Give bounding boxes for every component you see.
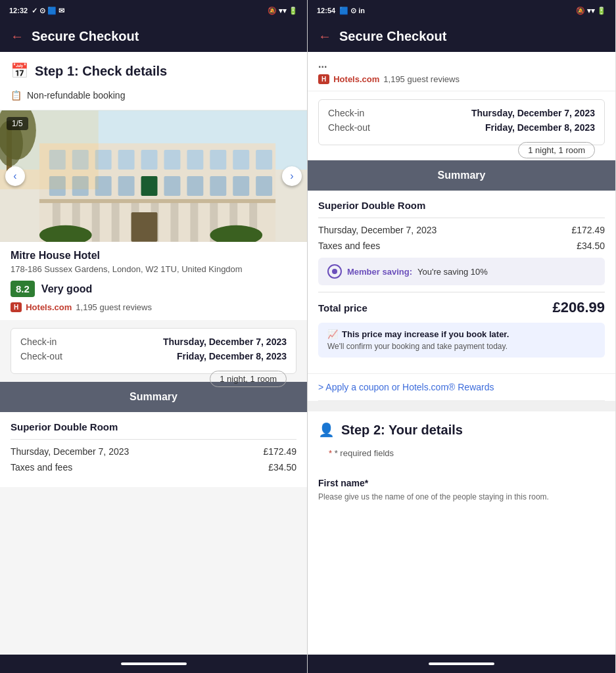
svg-rect-21: [118, 150, 135, 170]
date-label-right: Thursday, December 7, 2023: [318, 225, 437, 235]
svg-rect-37: [256, 176, 272, 196]
taxes-price-row-right: Taxes and fees £34.50: [318, 241, 605, 251]
total-value: £206.99: [552, 299, 605, 316]
member-saving-row: Member saving: You're saving 10%: [318, 258, 605, 285]
checkout-value-left: Friday, December 8, 2023: [177, 351, 287, 361]
home-indicator-right: [429, 662, 494, 665]
checkin-label-left: Check-in: [20, 336, 57, 347]
svg-rect-10: [112, 202, 120, 242]
coupon-row[interactable]: > Apply a coupon or Hotels.com® Rewards: [318, 374, 605, 401]
status-icons-right: 🟦 ⊙ in: [339, 7, 365, 15]
svg-rect-24: [187, 150, 203, 170]
hotels-badge-right: H: [318, 74, 329, 84]
total-label: Total price: [318, 302, 367, 313]
checkout-label-left: Check-out: [20, 351, 62, 361]
summary-title-right: Summary: [438, 170, 486, 181]
content-right: ... H Hotels.com 1,195 guest reviews Che…: [308, 52, 615, 655]
rating-badge: 8.2: [11, 281, 35, 297]
hotel-name-left: Mitre House Hotel: [11, 250, 296, 262]
hotel-image-container: 1/5 ‹ ›: [0, 110, 307, 242]
date-price-row-right: Thursday, December 7, 2023 £172.49: [318, 225, 605, 235]
checkin-value-left: Thursday, December 7, 2023: [163, 336, 287, 347]
checkin-box-right: Check-in Thursday, December 7, 2023 Chec…: [318, 99, 605, 145]
checkout-label-right: Check-out: [328, 122, 370, 133]
header-left: ← Secure Checkout: [0, 21, 307, 52]
hotels-brand-right: Hotels.com: [333, 74, 379, 84]
phone-right: 12:54 🟦 ⊙ in 🔕 ▾▾ 🔋 ← Secure Checkout ..…: [308, 0, 615, 673]
svg-rect-22: [141, 150, 158, 170]
time-right: 12:54: [317, 7, 335, 14]
home-indicator-left: [121, 662, 187, 665]
hotel-info-left: Mitre House Hotel 178-186 Sussex Gardens…: [0, 242, 307, 320]
back-button-right[interactable]: ←: [318, 29, 331, 44]
step2-title: Step 2: Your details: [341, 423, 463, 438]
svg-rect-33: [164, 176, 180, 196]
status-bar-right: 12:54 🟦 ⊙ in 🔕 ▾▾ 🔋: [308, 0, 615, 21]
bottom-bar-left: [0, 655, 307, 673]
date-price-row-left: Thursday, December 7, 2023 £172.49: [11, 446, 296, 457]
phone-left: 12:32 ✓ ⊙ 🟦 ✉ 🔕 ▾▾ 🔋 ← Secure Checkout 📅…: [0, 0, 308, 673]
reviews-count-right: 1,195 guest reviews: [383, 74, 460, 84]
checkin-row-right: Check-in Thursday, December 7, 2023: [328, 108, 595, 118]
step1-title: Step 1: Check details: [35, 64, 167, 79]
taxes-label-left: Taxes and fees: [11, 462, 72, 473]
content-left: 📅 Step 1: Check details 📋 Non-refundable…: [0, 52, 307, 655]
summary-header-right: Summary: [308, 160, 615, 191]
hotels-brand-left: Hotels.com: [26, 302, 72, 312]
member-saving-text: You're saving 10%: [417, 267, 488, 277]
reviews-row: H Hotels.com 1,195 guest reviews: [11, 302, 296, 312]
non-refundable-icon: 📋: [11, 90, 22, 101]
price-notice-sub: We'll confirm your booking and take paym…: [327, 342, 596, 351]
reviews-row-right: H Hotels.com 1,195 guest reviews: [318, 74, 605, 84]
member-icon: [327, 264, 342, 279]
svg-rect-23: [164, 150, 180, 170]
next-image-button[interactable]: ›: [282, 166, 302, 186]
first-name-sub: Please give us the name of one of the pe…: [318, 492, 605, 501]
back-button-left[interactable]: ←: [11, 29, 24, 44]
room-type-left: Superior Double Room: [11, 421, 296, 432]
svg-rect-31: [118, 176, 135, 196]
summary-body-left: Superior Double Room Thursday, December …: [0, 412, 307, 487]
date-price-right: £172.49: [571, 225, 605, 235]
rating-text: Very good: [41, 283, 92, 295]
first-name-label: First name*: [318, 478, 605, 488]
nights-badge-right: 1 night, 1 room: [518, 142, 595, 158]
checkout-row-right: Check-out Friday, December 8, 2023: [328, 122, 595, 133]
status-icons-left: ✓ ⊙ 🟦 ✉: [32, 7, 64, 15]
svg-rect-34: [187, 176, 203, 196]
svg-rect-26: [233, 150, 249, 170]
step1-header: 📅 Step 1: Check details: [0, 52, 307, 85]
hotel-address: 178-186 Sussex Gardens, London, W2 1TU, …: [11, 264, 296, 274]
checkin-box-left: Check-in Thursday, December 7, 2023 Chec…: [11, 328, 296, 374]
total-row: Total price £206.99: [318, 299, 605, 316]
coupon-label[interactable]: > Apply a coupon or Hotels.com® Rewards: [318, 382, 494, 392]
room-type-right: Superior Double Room: [318, 200, 605, 211]
header-title-right: Secure Checkout: [339, 29, 446, 44]
time-left: 12:32: [9, 7, 28, 14]
date-price-left: £172.49: [263, 446, 296, 457]
checkout-row-left: Check-out Friday, December 8, 2023: [20, 351, 287, 361]
price-notice: 📈 This price may increase if you book la…: [318, 323, 605, 358]
svg-rect-35: [210, 176, 226, 196]
step2-header: 👤 Step 2: Your details: [308, 406, 615, 443]
header-right: ← Secure Checkout: [308, 21, 615, 52]
svg-rect-25: [210, 150, 226, 170]
status-bar-left: 12:32 ✓ ⊙ 🟦 ✉ 🔕 ▾▾ 🔋: [0, 0, 307, 21]
non-refundable-label: Non-refundable booking: [27, 90, 125, 101]
price-notice-title: 📈 This price may increase if you book la…: [327, 329, 596, 339]
svg-rect-38: [39, 199, 275, 203]
checkin-row-left: Check-in Thursday, December 7, 2023: [20, 336, 287, 347]
non-refundable-notice: 📋 Non-refundable booking: [0, 85, 307, 110]
prev-image-button[interactable]: ‹: [5, 166, 25, 186]
reviews-count-left: 1,195 guest reviews: [76, 302, 152, 312]
svg-rect-36: [233, 176, 249, 196]
rating-row: 8.2 Very good: [11, 281, 296, 297]
trend-icon: 📈: [327, 329, 338, 339]
svg-rect-9: [92, 202, 100, 242]
person-icon: 👤: [318, 422, 335, 438]
checkout-value-right: Friday, December 8, 2023: [485, 122, 595, 133]
svg-rect-27: [256, 150, 272, 170]
checkin-value-right: Thursday, December 7, 2023: [471, 108, 595, 118]
header-title-left: Secure Checkout: [32, 29, 139, 44]
summary-title-left: Summary: [130, 391, 178, 402]
